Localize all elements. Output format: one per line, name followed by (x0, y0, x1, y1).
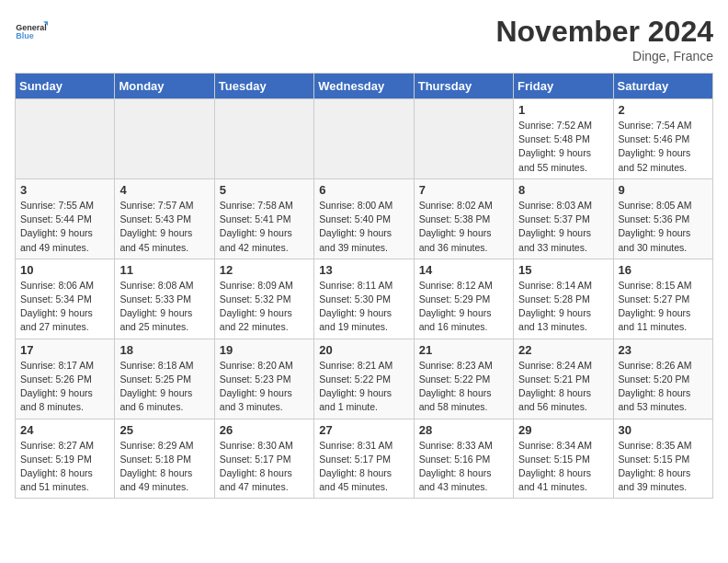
calendar-header-row: SundayMondayTuesdayWednesdayThursdayFrid… (16, 74, 713, 99)
title-area: November 2024 Dinge, France (495, 15, 713, 63)
day-number: 14 (419, 263, 508, 277)
day-number: 24 (20, 423, 109, 437)
calendar-cell: 30Sunrise: 8:35 AMSunset: 5:15 PMDayligh… (613, 419, 712, 499)
calendar-col-header: Saturday (613, 74, 712, 99)
calendar-cell: 12Sunrise: 8:09 AMSunset: 5:32 PMDayligh… (214, 259, 313, 339)
day-number: 5 (220, 183, 309, 197)
day-info: Sunrise: 8:15 AMSunset: 5:27 PMDaylight:… (619, 279, 708, 335)
day-info: Sunrise: 8:09 AMSunset: 5:32 PMDaylight:… (220, 279, 309, 335)
calendar-cell (16, 99, 115, 179)
day-number: 11 (119, 263, 209, 277)
day-info: Sunrise: 8:30 AMSunset: 5:17 PMDaylight:… (220, 439, 309, 495)
day-info: Sunrise: 8:00 AMSunset: 5:40 PMDaylight:… (319, 199, 408, 255)
calendar-table: SundayMondayTuesdayWednesdayThursdayFrid… (15, 73, 713, 499)
day-number: 10 (20, 263, 109, 277)
day-info: Sunrise: 8:14 AMSunset: 5:28 PMDaylight:… (518, 279, 608, 335)
day-number: 17 (20, 343, 109, 357)
day-number: 29 (518, 423, 608, 437)
day-info: Sunrise: 8:24 AMSunset: 5:21 PMDaylight:… (518, 359, 608, 415)
calendar-cell: 23Sunrise: 8:26 AMSunset: 5:20 PMDayligh… (613, 339, 712, 419)
calendar-week-row: 17Sunrise: 8:17 AMSunset: 5:26 PMDayligh… (16, 339, 713, 419)
calendar-body: 1Sunrise: 7:52 AMSunset: 5:48 PMDaylight… (16, 99, 713, 499)
calendar-cell (414, 99, 513, 179)
calendar-cell: 18Sunrise: 8:18 AMSunset: 5:25 PMDayligh… (115, 339, 214, 419)
day-info: Sunrise: 8:17 AMSunset: 5:26 PMDaylight:… (20, 359, 109, 415)
day-info: Sunrise: 8:11 AMSunset: 5:30 PMDaylight:… (319, 279, 408, 335)
day-number: 8 (518, 183, 608, 197)
day-info: Sunrise: 8:34 AMSunset: 5:15 PMDaylight:… (518, 439, 608, 495)
calendar-cell: 24Sunrise: 8:27 AMSunset: 5:19 PMDayligh… (16, 419, 115, 499)
calendar-cell: 19Sunrise: 8:20 AMSunset: 5:23 PMDayligh… (214, 339, 313, 419)
location: Dinge, France (495, 49, 713, 63)
day-number: 28 (419, 423, 508, 437)
day-number: 19 (220, 343, 309, 357)
calendar-cell: 25Sunrise: 8:29 AMSunset: 5:18 PMDayligh… (115, 419, 214, 499)
month-title: November 2024 (495, 15, 713, 49)
day-number: 27 (319, 423, 408, 437)
day-info: Sunrise: 8:35 AMSunset: 5:15 PMDaylight:… (619, 439, 708, 495)
svg-text:General: General (16, 23, 47, 32)
calendar-week-row: 24Sunrise: 8:27 AMSunset: 5:19 PMDayligh… (16, 419, 713, 499)
day-number: 7 (419, 183, 508, 197)
day-number: 26 (220, 423, 309, 437)
day-info: Sunrise: 7:58 AMSunset: 5:41 PMDaylight:… (220, 199, 309, 255)
calendar-cell: 9Sunrise: 8:05 AMSunset: 5:36 PMDaylight… (613, 178, 712, 259)
day-number: 2 (619, 103, 708, 117)
day-info: Sunrise: 8:12 AMSunset: 5:29 PMDaylight:… (419, 279, 508, 335)
calendar-cell: 10Sunrise: 8:06 AMSunset: 5:34 PMDayligh… (16, 259, 115, 339)
calendar-col-header: Monday (115, 74, 214, 99)
calendar-cell: 15Sunrise: 8:14 AMSunset: 5:28 PMDayligh… (514, 259, 613, 339)
calendar-cell: 4Sunrise: 7:57 AMSunset: 5:43 PMDaylight… (115, 178, 214, 259)
day-number: 30 (619, 423, 708, 437)
calendar-cell: 2Sunrise: 7:54 AMSunset: 5:46 PMDaylight… (613, 99, 712, 179)
day-number: 16 (619, 263, 708, 277)
day-info: Sunrise: 8:21 AMSunset: 5:22 PMDaylight:… (319, 359, 408, 415)
calendar-cell: 21Sunrise: 8:23 AMSunset: 5:22 PMDayligh… (414, 339, 513, 419)
day-info: Sunrise: 8:06 AMSunset: 5:34 PMDaylight:… (20, 279, 109, 335)
day-info: Sunrise: 8:02 AMSunset: 5:38 PMDaylight:… (419, 199, 508, 255)
calendar-week-row: 1Sunrise: 7:52 AMSunset: 5:48 PMDaylight… (16, 99, 713, 179)
day-info: Sunrise: 7:52 AMSunset: 5:48 PMDaylight:… (518, 119, 608, 175)
calendar-cell (314, 99, 414, 179)
logo-svg: General Blue (15, 15, 48, 48)
calendar-col-header: Friday (514, 74, 613, 99)
day-number: 15 (518, 263, 608, 277)
calendar-cell: 14Sunrise: 8:12 AMSunset: 5:29 PMDayligh… (414, 259, 513, 339)
day-number: 3 (20, 183, 109, 197)
calendar-cell: 5Sunrise: 7:58 AMSunset: 5:41 PMDaylight… (214, 178, 313, 259)
day-info: Sunrise: 8:33 AMSunset: 5:16 PMDaylight:… (419, 439, 508, 495)
calendar-col-header: Sunday (16, 74, 115, 99)
calendar-cell: 17Sunrise: 8:17 AMSunset: 5:26 PMDayligh… (16, 339, 115, 419)
day-info: Sunrise: 8:27 AMSunset: 5:19 PMDaylight:… (20, 439, 109, 495)
calendar-cell: 7Sunrise: 8:02 AMSunset: 5:38 PMDaylight… (414, 178, 513, 259)
calendar-cell: 16Sunrise: 8:15 AMSunset: 5:27 PMDayligh… (613, 259, 712, 339)
day-info: Sunrise: 8:31 AMSunset: 5:17 PMDaylight:… (319, 439, 408, 495)
day-number: 21 (419, 343, 508, 357)
calendar-cell: 11Sunrise: 8:08 AMSunset: 5:33 PMDayligh… (115, 259, 214, 339)
day-info: Sunrise: 8:18 AMSunset: 5:25 PMDaylight:… (119, 359, 209, 415)
day-number: 18 (119, 343, 209, 357)
calendar-cell (115, 99, 214, 179)
svg-text:Blue: Blue (16, 31, 34, 40)
day-number: 9 (619, 183, 708, 197)
day-info: Sunrise: 8:26 AMSunset: 5:20 PMDaylight:… (619, 359, 708, 415)
calendar-cell: 29Sunrise: 8:34 AMSunset: 5:15 PMDayligh… (514, 419, 613, 499)
logo: General Blue (15, 15, 48, 48)
day-info: Sunrise: 8:29 AMSunset: 5:18 PMDaylight:… (119, 439, 209, 495)
day-info: Sunrise: 8:03 AMSunset: 5:37 PMDaylight:… (518, 199, 608, 255)
day-info: Sunrise: 8:05 AMSunset: 5:36 PMDaylight:… (619, 199, 708, 255)
header: General Blue November 2024 Dinge, France (15, 15, 713, 63)
calendar-week-row: 3Sunrise: 7:55 AMSunset: 5:44 PMDaylight… (16, 178, 713, 259)
day-number: 4 (119, 183, 209, 197)
day-number: 20 (319, 343, 408, 357)
calendar-cell: 13Sunrise: 8:11 AMSunset: 5:30 PMDayligh… (314, 259, 414, 339)
day-number: 6 (319, 183, 408, 197)
day-number: 25 (119, 423, 209, 437)
calendar-week-row: 10Sunrise: 8:06 AMSunset: 5:34 PMDayligh… (16, 259, 713, 339)
calendar-cell: 28Sunrise: 8:33 AMSunset: 5:16 PMDayligh… (414, 419, 513, 499)
day-number: 12 (220, 263, 309, 277)
day-info: Sunrise: 7:55 AMSunset: 5:44 PMDaylight:… (20, 199, 109, 255)
day-number: 23 (619, 343, 708, 357)
calendar-cell: 22Sunrise: 8:24 AMSunset: 5:21 PMDayligh… (514, 339, 613, 419)
day-number: 1 (518, 103, 608, 117)
